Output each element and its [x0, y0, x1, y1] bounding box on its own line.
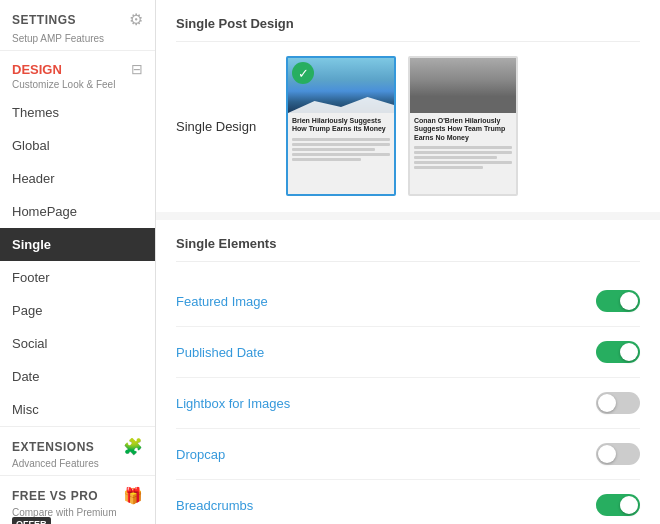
single-post-design-section: Single Post Design Single Design ✓ Brien… — [156, 0, 660, 212]
selected-check-icon: ✓ — [292, 62, 314, 84]
lightbox-thumb — [598, 394, 616, 412]
single-elements-title: Single Elements — [176, 236, 640, 262]
card-2-image: Conan O'Brien Hilariously Suggests How T… — [410, 58, 516, 194]
card-container: ✓ Brien Hilariously Suggests How Trump E… — [286, 56, 518, 196]
card-2-line — [414, 151, 512, 154]
card-1-headline: Brien Hilariously Suggests How Trump Ear… — [288, 113, 394, 136]
sidebar-item-page[interactable]: Page — [0, 294, 155, 327]
design-cards-row: Single Design ✓ Brien Hilariously Sugges… — [176, 56, 640, 196]
card-2-line — [414, 166, 483, 169]
single-post-design-title: Single Post Design — [176, 16, 640, 42]
card-1-line — [292, 148, 375, 151]
breadcrumbs-track — [596, 494, 640, 516]
settings-subtitle: Setup AMP Features — [0, 33, 155, 50]
design-card-1[interactable]: ✓ Brien Hilariously Suggests How Trump E… — [286, 56, 396, 196]
card-2-line — [414, 146, 512, 149]
lightbox-row: Lightbox for Images — [176, 378, 640, 429]
design-title: DESIGN — [12, 62, 62, 77]
breadcrumbs-thumb — [620, 496, 638, 514]
sidebar-item-header[interactable]: Header — [0, 162, 155, 195]
sidebar-item-themes[interactable]: Themes — [0, 96, 155, 129]
lightbox-track — [596, 392, 640, 414]
breadcrumbs-toggle[interactable] — [596, 494, 640, 516]
card-1-line — [292, 158, 361, 161]
sidebar: SETTINGS ⚙ Setup AMP Features DESIGN ⊟ C… — [0, 0, 156, 524]
sidebar-item-misc[interactable]: Misc — [0, 393, 155, 426]
sidebar-item-footer[interactable]: Footer — [0, 261, 155, 294]
extensions-subtitle: Advanced Features — [0, 458, 155, 475]
sidebar-item-social[interactable]: Social — [0, 327, 155, 360]
settings-title: SETTINGS — [12, 13, 76, 27]
card-2-text-lines — [410, 144, 516, 173]
lightbox-toggle[interactable] — [596, 392, 640, 414]
design-section-header: DESIGN ⊟ — [0, 50, 155, 79]
extensions-title: EXTENSIONS — [12, 440, 94, 454]
breadcrumbs-label: Breadcrumbs — [176, 498, 253, 513]
published-date-toggle[interactable] — [596, 341, 640, 363]
free-vs-pro-subtitle: Compare with Premium OFFER — [0, 507, 155, 524]
free-vs-pro-title: FREE VS PRO — [12, 489, 98, 503]
extensions-section-header: EXTENSIONS 🧩 — [0, 426, 155, 458]
free-vs-pro-section-header: FREE VS PRO 🎁 — [0, 475, 155, 507]
sliders-icon[interactable]: ⊟ — [131, 61, 143, 77]
featured-image-thumb — [620, 292, 638, 310]
sidebar-item-global[interactable]: Global — [0, 129, 155, 162]
sidebar-item-single[interactable]: Single — [0, 228, 155, 261]
puzzle-icon[interactable]: 🧩 — [123, 437, 143, 456]
settings-section-header: SETTINGS ⚙ — [0, 0, 155, 33]
featured-image-label: Featured Image — [176, 294, 268, 309]
published-date-row: Published Date — [176, 327, 640, 378]
card-1-line — [292, 153, 390, 156]
featured-image-row: Featured Image — [176, 276, 640, 327]
card-1-line — [292, 138, 390, 141]
card-2-line — [414, 156, 497, 159]
sidebar-item-homepage[interactable]: HomePage — [0, 195, 155, 228]
single-elements-section: Single Elements Featured Image Published… — [156, 220, 660, 524]
featured-image-toggle[interactable] — [596, 290, 640, 312]
design-card-label: Single Design — [176, 119, 276, 134]
breadcrumbs-row: Breadcrumbs — [176, 480, 640, 524]
design-card-2[interactable]: Conan O'Brien Hilariously Suggests How T… — [408, 56, 518, 196]
dropcap-label: Dropcap — [176, 447, 225, 462]
published-date-track — [596, 341, 640, 363]
card-2-image-top — [410, 58, 516, 113]
main-content: Single Post Design Single Design ✓ Brien… — [156, 0, 660, 524]
design-subtitle: Customize Look & Feel — [0, 79, 155, 96]
featured-image-track — [596, 290, 640, 312]
gift-icon: 🎁 — [123, 486, 143, 505]
card-2-headline: Conan O'Brien Hilariously Suggests How T… — [410, 113, 516, 144]
dropcap-toggle[interactable] — [596, 443, 640, 465]
published-date-thumb — [620, 343, 638, 361]
lightbox-label: Lightbox for Images — [176, 396, 290, 411]
dropcap-thumb — [598, 445, 616, 463]
card-2-line — [414, 161, 512, 164]
dropcap-track — [596, 443, 640, 465]
dropcap-row: Dropcap — [176, 429, 640, 480]
published-date-label: Published Date — [176, 345, 264, 360]
card-1-line — [292, 143, 390, 146]
sidebar-item-date[interactable]: Date — [0, 360, 155, 393]
gear-icon[interactable]: ⚙ — [129, 10, 143, 29]
offer-badge[interactable]: OFFER — [12, 517, 51, 524]
card-1-text-lines — [288, 136, 394, 165]
